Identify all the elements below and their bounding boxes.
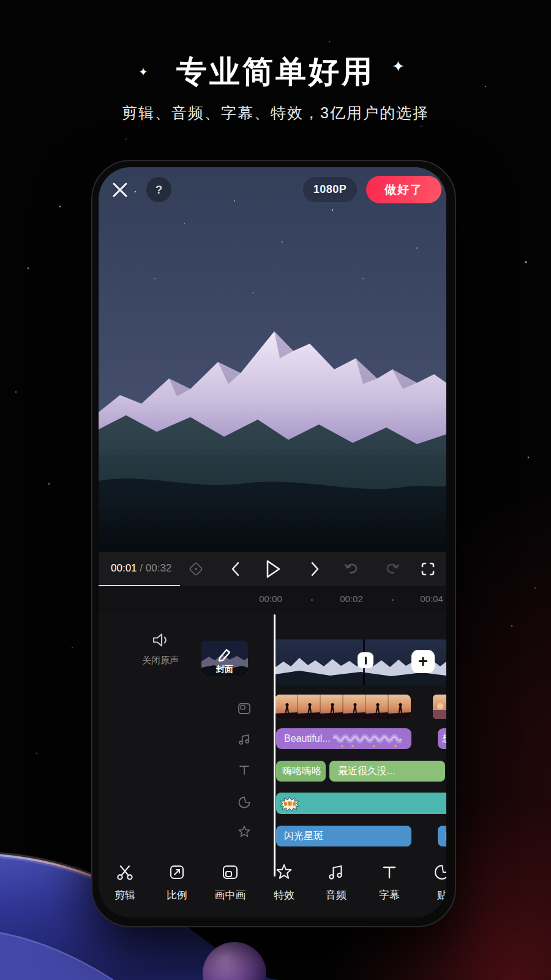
- audio-track-icon[interactable]: [237, 732, 252, 747]
- text-icon: [380, 862, 399, 882]
- text-segment[interactable]: 嗨咯嗨咯: [276, 761, 326, 782]
- sticker-icon: [432, 862, 446, 882]
- help-label: ?: [156, 183, 163, 197]
- previous-frame-button[interactable]: [223, 552, 248, 586]
- time-display: 00:01 / 00:32: [111, 562, 171, 575]
- overlay-clip-segment[interactable]: [275, 695, 411, 719]
- audio-segment[interactable]: Beautiful...: [276, 728, 411, 749]
- resolution-label: 1080P: [313, 183, 347, 196]
- effect-segment[interactable]: 闪: [438, 826, 446, 846]
- cover-button[interactable]: 封面: [201, 641, 248, 676]
- effect-segment-label: 闪光星斑: [284, 830, 323, 843]
- text-track-icon[interactable]: [237, 763, 252, 777]
- toolbar-item-edit[interactable]: 剪辑: [105, 862, 145, 910]
- toolbar-item-pip[interactable]: 画中画: [210, 862, 250, 910]
- done-button[interactable]: 做好了: [366, 176, 441, 203]
- text-segment[interactable]: 最近很久没...: [329, 761, 445, 782]
- mute-label: 关闭原声: [124, 655, 197, 666]
- effect-segment-label: 闪: [445, 830, 446, 843]
- waveform: [333, 732, 402, 745]
- toolbar-item-ratio[interactable]: 比例: [157, 862, 197, 910]
- add-clip-button[interactable]: +: [411, 650, 435, 673]
- cover-label: 封面: [201, 664, 248, 675]
- redo-icon[interactable]: [380, 552, 404, 586]
- toolbar-item-stickers[interactable]: 贴: [422, 862, 446, 910]
- resolution-button[interactable]: 1080P: [303, 177, 357, 202]
- scissors-icon: [115, 862, 135, 882]
- sticker-segment[interactable]: [276, 793, 446, 814]
- close-icon[interactable]: [111, 181, 129, 199]
- playback-bar: 00:01 / 00:32: [99, 552, 446, 586]
- play-button[interactable]: [260, 552, 285, 586]
- playhead[interactable]: [274, 614, 276, 876]
- done-label: 做好了: [384, 182, 423, 198]
- sticker-track-icon[interactable]: [237, 795, 252, 810]
- overlay-clip-segment[interactable]: [433, 695, 446, 719]
- speaker-icon: [151, 631, 170, 649]
- effect-track-icon[interactable]: [237, 824, 252, 839]
- sparkle-left-icon: ✦: [138, 66, 148, 78]
- current-time: 00:01: [111, 562, 137, 574]
- ratio-icon: [167, 862, 187, 882]
- next-frame-button[interactable]: [302, 552, 327, 586]
- pip-track-icon[interactable]: [237, 701, 252, 716]
- ruler-tick: 00:00: [249, 594, 292, 604]
- fullscreen-icon[interactable]: [416, 552, 440, 586]
- music-note-icon: [326, 862, 346, 882]
- mute-original-button[interactable]: 关闭原声: [124, 631, 197, 666]
- ruler-tick: 00:04: [410, 594, 446, 604]
- pip-icon: [220, 862, 240, 882]
- sticker-emoji-icon: [279, 796, 300, 812]
- toolbar-item-effects[interactable]: 特效: [264, 862, 304, 910]
- star-icon: [274, 862, 294, 882]
- keyframe-button[interactable]: [184, 552, 208, 586]
- toolbar-item-audio[interactable]: 音频: [316, 862, 356, 910]
- progress-indicator: [99, 585, 180, 586]
- audio-segment-label: Beautiful...: [284, 733, 331, 744]
- toolbar-item-subtitles[interactable]: 字幕: [369, 862, 410, 910]
- text-segment-label: 最近很久没...: [338, 765, 395, 778]
- ruler-tick: 00:02: [330, 594, 373, 604]
- transition-button[interactable]: [358, 652, 373, 668]
- text-segment-label: 嗨咯嗨咯: [282, 765, 321, 778]
- total-time: 00:32: [146, 562, 172, 574]
- phone-mockup: ? 1080P 做好了 00:01 / 00:32: [91, 160, 456, 927]
- undo-icon[interactable]: [340, 552, 364, 586]
- hero-subtitle: 剪辑、音频、字幕、特效，3亿用户的选择: [0, 103, 551, 123]
- effect-segment[interactable]: 闪光星斑: [276, 826, 411, 846]
- app-screen: ? 1080P 做好了 00:01 / 00:32: [99, 167, 446, 918]
- video-preview[interactable]: [99, 167, 446, 552]
- audio-segment-label: 想: [442, 733, 446, 745]
- timeline-ruler: 00:00 00:02 00:04: [99, 587, 446, 612]
- sparkle-right-icon: ✦: [392, 59, 405, 74]
- audio-segment[interactable]: 想: [438, 728, 446, 749]
- help-button[interactable]: ?: [146, 177, 171, 202]
- hero-title: 专业简单好用: [0, 51, 551, 92]
